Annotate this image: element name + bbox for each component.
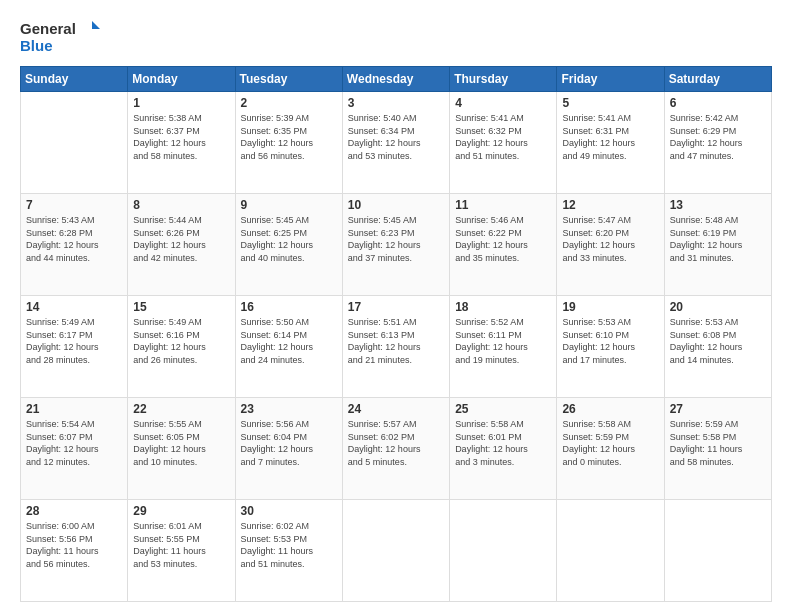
- calendar-cell: 26Sunrise: 5:58 AM Sunset: 5:59 PM Dayli…: [557, 398, 664, 500]
- day-info: Sunrise: 5:53 AM Sunset: 6:10 PM Dayligh…: [562, 316, 658, 366]
- day-info: Sunrise: 5:54 AM Sunset: 6:07 PM Dayligh…: [26, 418, 122, 468]
- day-number: 13: [670, 198, 766, 212]
- day-info: Sunrise: 5:40 AM Sunset: 6:34 PM Dayligh…: [348, 112, 444, 162]
- day-number: 21: [26, 402, 122, 416]
- svg-marker-2: [92, 21, 100, 29]
- calendar-cell: 25Sunrise: 5:58 AM Sunset: 6:01 PM Dayli…: [450, 398, 557, 500]
- col-header-saturday: Saturday: [664, 67, 771, 92]
- day-info: Sunrise: 5:59 AM Sunset: 5:58 PM Dayligh…: [670, 418, 766, 468]
- day-info: Sunrise: 5:58 AM Sunset: 6:01 PM Dayligh…: [455, 418, 551, 468]
- day-info: Sunrise: 5:41 AM Sunset: 6:31 PM Dayligh…: [562, 112, 658, 162]
- day-info: Sunrise: 5:51 AM Sunset: 6:13 PM Dayligh…: [348, 316, 444, 366]
- day-info: Sunrise: 5:43 AM Sunset: 6:28 PM Dayligh…: [26, 214, 122, 264]
- col-header-tuesday: Tuesday: [235, 67, 342, 92]
- calendar-cell: 17Sunrise: 5:51 AM Sunset: 6:13 PM Dayli…: [342, 296, 449, 398]
- svg-text:Blue: Blue: [20, 37, 53, 54]
- day-info: Sunrise: 6:02 AM Sunset: 5:53 PM Dayligh…: [241, 520, 337, 570]
- day-number: 18: [455, 300, 551, 314]
- day-number: 10: [348, 198, 444, 212]
- day-info: Sunrise: 5:55 AM Sunset: 6:05 PM Dayligh…: [133, 418, 229, 468]
- calendar-week-2: 14Sunrise: 5:49 AM Sunset: 6:17 PM Dayli…: [21, 296, 772, 398]
- calendar-cell: 3Sunrise: 5:40 AM Sunset: 6:34 PM Daylig…: [342, 92, 449, 194]
- calendar-cell: 13Sunrise: 5:48 AM Sunset: 6:19 PM Dayli…: [664, 194, 771, 296]
- calendar-cell: 19Sunrise: 5:53 AM Sunset: 6:10 PM Dayli…: [557, 296, 664, 398]
- day-number: 2: [241, 96, 337, 110]
- day-number: 1: [133, 96, 229, 110]
- day-info: Sunrise: 5:46 AM Sunset: 6:22 PM Dayligh…: [455, 214, 551, 264]
- day-info: Sunrise: 5:39 AM Sunset: 6:35 PM Dayligh…: [241, 112, 337, 162]
- day-info: Sunrise: 5:53 AM Sunset: 6:08 PM Dayligh…: [670, 316, 766, 366]
- day-number: 12: [562, 198, 658, 212]
- day-number: 28: [26, 504, 122, 518]
- calendar-cell: 6Sunrise: 5:42 AM Sunset: 6:29 PM Daylig…: [664, 92, 771, 194]
- calendar-cell: 15Sunrise: 5:49 AM Sunset: 6:16 PM Dayli…: [128, 296, 235, 398]
- col-header-monday: Monday: [128, 67, 235, 92]
- calendar-cell: 8Sunrise: 5:44 AM Sunset: 6:26 PM Daylig…: [128, 194, 235, 296]
- calendar-week-4: 28Sunrise: 6:00 AM Sunset: 5:56 PM Dayli…: [21, 500, 772, 602]
- logo-svg: General Blue: [20, 16, 100, 56]
- calendar-cell: 4Sunrise: 5:41 AM Sunset: 6:32 PM Daylig…: [450, 92, 557, 194]
- day-info: Sunrise: 5:38 AM Sunset: 6:37 PM Dayligh…: [133, 112, 229, 162]
- header: General Blue: [20, 16, 772, 56]
- calendar-cell: [342, 500, 449, 602]
- day-info: Sunrise: 5:45 AM Sunset: 6:25 PM Dayligh…: [241, 214, 337, 264]
- day-info: Sunrise: 5:57 AM Sunset: 6:02 PM Dayligh…: [348, 418, 444, 468]
- calendar-cell: 21Sunrise: 5:54 AM Sunset: 6:07 PM Dayli…: [21, 398, 128, 500]
- col-header-wednesday: Wednesday: [342, 67, 449, 92]
- day-info: Sunrise: 5:41 AM Sunset: 6:32 PM Dayligh…: [455, 112, 551, 162]
- day-number: 24: [348, 402, 444, 416]
- calendar-week-0: 1Sunrise: 5:38 AM Sunset: 6:37 PM Daylig…: [21, 92, 772, 194]
- calendar-cell: 30Sunrise: 6:02 AM Sunset: 5:53 PM Dayli…: [235, 500, 342, 602]
- day-number: 19: [562, 300, 658, 314]
- day-info: Sunrise: 5:49 AM Sunset: 6:17 PM Dayligh…: [26, 316, 122, 366]
- day-info: Sunrise: 5:50 AM Sunset: 6:14 PM Dayligh…: [241, 316, 337, 366]
- day-number: 15: [133, 300, 229, 314]
- calendar-cell: 16Sunrise: 5:50 AM Sunset: 6:14 PM Dayli…: [235, 296, 342, 398]
- calendar-cell: [21, 92, 128, 194]
- calendar-cell: 29Sunrise: 6:01 AM Sunset: 5:55 PM Dayli…: [128, 500, 235, 602]
- calendar-table: SundayMondayTuesdayWednesdayThursdayFrid…: [20, 66, 772, 602]
- day-number: 4: [455, 96, 551, 110]
- calendar-cell: 18Sunrise: 5:52 AM Sunset: 6:11 PM Dayli…: [450, 296, 557, 398]
- day-info: Sunrise: 6:01 AM Sunset: 5:55 PM Dayligh…: [133, 520, 229, 570]
- calendar-cell: [450, 500, 557, 602]
- calendar-cell: 27Sunrise: 5:59 AM Sunset: 5:58 PM Dayli…: [664, 398, 771, 500]
- calendar-cell: 5Sunrise: 5:41 AM Sunset: 6:31 PM Daylig…: [557, 92, 664, 194]
- calendar-header-row: SundayMondayTuesdayWednesdayThursdayFrid…: [21, 67, 772, 92]
- calendar-cell: 28Sunrise: 6:00 AM Sunset: 5:56 PM Dayli…: [21, 500, 128, 602]
- day-number: 29: [133, 504, 229, 518]
- day-number: 27: [670, 402, 766, 416]
- col-header-thursday: Thursday: [450, 67, 557, 92]
- day-info: Sunrise: 5:48 AM Sunset: 6:19 PM Dayligh…: [670, 214, 766, 264]
- day-info: Sunrise: 5:58 AM Sunset: 5:59 PM Dayligh…: [562, 418, 658, 468]
- day-info: Sunrise: 5:56 AM Sunset: 6:04 PM Dayligh…: [241, 418, 337, 468]
- day-number: 17: [348, 300, 444, 314]
- day-number: 3: [348, 96, 444, 110]
- col-header-sunday: Sunday: [21, 67, 128, 92]
- calendar-cell: 20Sunrise: 5:53 AM Sunset: 6:08 PM Dayli…: [664, 296, 771, 398]
- day-number: 7: [26, 198, 122, 212]
- day-info: Sunrise: 6:00 AM Sunset: 5:56 PM Dayligh…: [26, 520, 122, 570]
- day-number: 22: [133, 402, 229, 416]
- day-number: 11: [455, 198, 551, 212]
- svg-text:General: General: [20, 20, 76, 37]
- col-header-friday: Friday: [557, 67, 664, 92]
- day-info: Sunrise: 5:42 AM Sunset: 6:29 PM Dayligh…: [670, 112, 766, 162]
- calendar-cell: 23Sunrise: 5:56 AM Sunset: 6:04 PM Dayli…: [235, 398, 342, 500]
- day-number: 9: [241, 198, 337, 212]
- calendar-week-1: 7Sunrise: 5:43 AM Sunset: 6:28 PM Daylig…: [21, 194, 772, 296]
- calendar-week-3: 21Sunrise: 5:54 AM Sunset: 6:07 PM Dayli…: [21, 398, 772, 500]
- calendar-cell: 2Sunrise: 5:39 AM Sunset: 6:35 PM Daylig…: [235, 92, 342, 194]
- day-info: Sunrise: 5:45 AM Sunset: 6:23 PM Dayligh…: [348, 214, 444, 264]
- day-info: Sunrise: 5:44 AM Sunset: 6:26 PM Dayligh…: [133, 214, 229, 264]
- day-info: Sunrise: 5:49 AM Sunset: 6:16 PM Dayligh…: [133, 316, 229, 366]
- calendar-cell: 11Sunrise: 5:46 AM Sunset: 6:22 PM Dayli…: [450, 194, 557, 296]
- day-number: 14: [26, 300, 122, 314]
- day-info: Sunrise: 5:52 AM Sunset: 6:11 PM Dayligh…: [455, 316, 551, 366]
- day-number: 26: [562, 402, 658, 416]
- calendar-cell: 22Sunrise: 5:55 AM Sunset: 6:05 PM Dayli…: [128, 398, 235, 500]
- day-number: 30: [241, 504, 337, 518]
- calendar-cell: 12Sunrise: 5:47 AM Sunset: 6:20 PM Dayli…: [557, 194, 664, 296]
- calendar-cell: 1Sunrise: 5:38 AM Sunset: 6:37 PM Daylig…: [128, 92, 235, 194]
- calendar-cell: [664, 500, 771, 602]
